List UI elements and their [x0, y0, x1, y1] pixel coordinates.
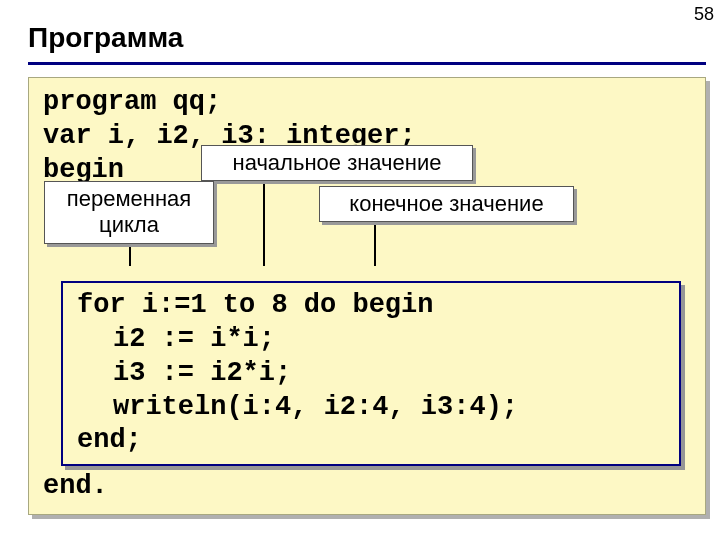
callout-initial-value: начальное значение	[201, 145, 473, 181]
connector-initial	[263, 178, 265, 266]
inner-line-3: i3 := i2*i;	[113, 357, 665, 391]
code-box: program qq; var i, i2, i3: integer; begi…	[28, 77, 706, 515]
callout-loop-variable: переменная цикла	[44, 181, 214, 244]
inner-line-1: for i:=1 to 8 do begin	[77, 289, 665, 323]
code-line-1: program qq;	[43, 86, 691, 120]
inner-line-4: writeln(i:4, i2:4, i3:4);	[113, 391, 665, 425]
callout-final-value: конечное значение	[319, 186, 574, 222]
connector-var	[129, 246, 131, 266]
inner-code-box: for i:=1 to 8 do begin i2 := i*i; i3 := …	[61, 281, 681, 466]
code-container: program qq; var i, i2, i3: integer; begi…	[28, 77, 706, 515]
page-title: Программа	[0, 0, 720, 62]
page-number: 58	[694, 4, 714, 25]
inner-line-5: end;	[77, 424, 665, 458]
inner-line-2: i2 := i*i;	[113, 323, 665, 357]
connector-final	[374, 218, 376, 266]
code-end: end.	[43, 470, 691, 504]
inner-code-container: for i:=1 to 8 do begin i2 := i*i; i3 := …	[61, 281, 681, 466]
title-divider	[28, 62, 706, 65]
